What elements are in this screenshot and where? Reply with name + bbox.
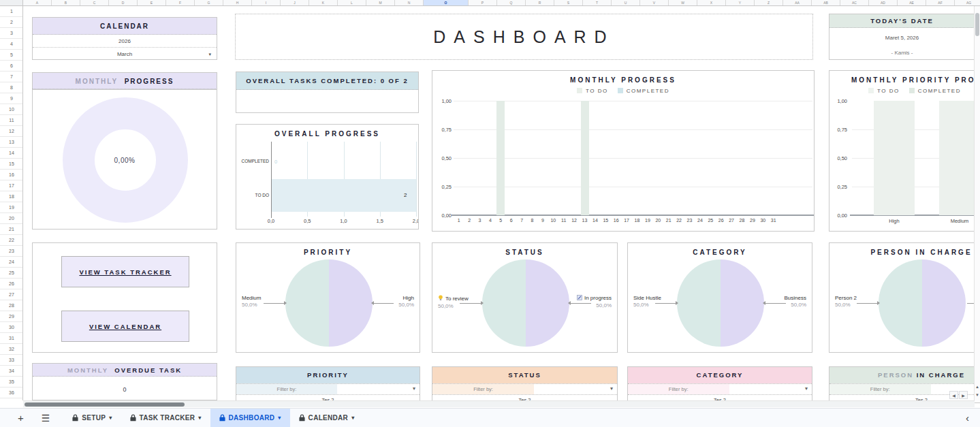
column-header-D[interactable]: D [109,0,138,6]
column-header-L[interactable]: L [338,0,366,6]
row-header-2[interactable]: 2 [0,17,23,28]
row-header-31[interactable]: 31 [0,333,23,344]
row-header-5[interactable]: 5 [0,50,23,61]
calendar-year-cell[interactable]: 2026 [33,35,217,48]
column-header-C[interactable]: C [80,0,109,6]
row-header-9[interactable]: 9 [0,93,23,104]
column-header-AA[interactable]: AA [783,0,812,6]
row-header-20[interactable]: 20 [0,213,23,224]
row-header-4[interactable]: 4 [0,39,23,50]
tab-scroll-left-icon[interactable]: ‹ [966,412,969,424]
row-header-21[interactable]: 21 [0,224,23,235]
select-all-corner[interactable] [0,0,23,6]
row-header-30[interactable]: 30 [0,322,23,333]
view-calendar-button[interactable]: VIEW CALENDAR [61,311,189,342]
column-header-J[interactable]: J [281,0,309,6]
bar-value-completed: 0 [274,159,277,165]
row-header-27[interactable]: 27 [0,289,23,300]
row-header-32[interactable]: 32 [0,344,23,355]
row-header-24[interactable]: 24 [0,257,23,268]
column-header-AF[interactable]: AF [926,0,955,6]
filter-by-dropdown[interactable]: Filter by:▾ [432,383,617,395]
row-header-19[interactable]: 19 [0,202,23,213]
vertical-scrollbar[interactable]: ▲ ▼ [974,6,980,400]
column-header-N[interactable]: N [395,0,424,6]
row-header-10[interactable]: 10 [0,104,23,115]
column-header-AD[interactable]: AD [869,0,898,6]
tab-task-tracker[interactable]: TASK TRACKER▾ [121,409,210,427]
row-header-1[interactable]: 1 [0,6,23,17]
column-header-K[interactable]: K [309,0,338,6]
y-axis-tick: 0,25 [434,184,452,190]
column-header-H[interactable]: H [223,0,252,6]
column-header-AB[interactable]: AB [812,0,840,6]
column-header-A[interactable]: A [23,0,52,6]
column-header-W[interactable]: W [669,0,697,6]
row-header-33[interactable]: 33 [0,355,23,366]
column-header-U[interactable]: U [612,0,640,6]
row-header-25[interactable]: 25 [0,268,23,279]
row-header-11[interactable]: 11 [0,115,23,126]
scroll-down-icon[interactable]: ▼ [975,393,979,397]
column-header-Q[interactable]: Q [497,0,526,6]
row-header-18[interactable]: 18 [0,191,23,202]
row-header-28[interactable]: 28 [0,300,23,311]
calendar-month-dropdown[interactable]: March ▾ [33,48,217,61]
scroll-right-button[interactable]: ▶ [959,391,968,399]
row-header-37[interactable]: 37 [0,398,23,400]
pie-label-business: Business50,0% [785,295,806,309]
horizontal-scrollbar[interactable] [23,400,975,407]
overall-tasks-box: OVERALL TASKS COMPLETED: 0 OF 2 [236,72,419,113]
column-header-V[interactable]: V [640,0,669,6]
filter-by-dropdown[interactable]: Filter by:▾ [628,383,812,395]
column-header-B[interactable]: B [52,0,80,6]
row-header-13[interactable]: 13 [0,137,23,148]
row-header-7[interactable]: 7 [0,72,23,82]
row-header-6[interactable]: 6 [0,61,23,72]
tab-setup[interactable]: SETUP▾ [63,409,121,427]
column-header-I[interactable]: I [252,0,281,6]
row-header-12[interactable]: 12 [0,126,23,137]
row-header-35[interactable]: 35 [0,377,23,388]
column-header-AE[interactable]: AE [898,0,926,6]
row-header-15[interactable]: 15 [0,159,23,170]
column-header-O[interactable]: O [424,0,469,6]
vertical-scrollbar-thumb[interactable] [975,13,979,36]
all-sheets-menu-button[interactable]: ☰ [42,413,50,424]
scroll-left-button[interactable]: ◀ [949,391,958,399]
row-header-3[interactable]: 3 [0,28,23,39]
add-sheet-button[interactable]: + [18,412,24,424]
lock-icon [219,414,225,422]
column-header-F[interactable]: F [166,0,195,6]
column-header-E[interactable]: E [138,0,166,6]
row-header-16[interactable]: 16 [0,170,23,180]
column-header-R[interactable]: R [526,0,554,6]
scroll-up-icon[interactable]: ▲ [975,385,979,389]
row-header-34[interactable]: 34 [0,366,23,377]
row-header-23[interactable]: 23 [0,246,23,257]
column-header-Z[interactable]: Z [755,0,783,6]
view-task-tracker-button[interactable]: VIEW TASK TRACKER [61,256,189,287]
row-header-8[interactable]: 8 [0,82,23,93]
column-header-S[interactable]: S [554,0,583,6]
row-header-36[interactable]: 36 [0,388,23,398]
column-header-P[interactable]: P [469,0,497,6]
column-header-G[interactable]: G [195,0,223,6]
y-axis-tick: 0,50 [434,155,452,161]
row-header-14[interactable]: 14 [0,148,23,159]
column-header-T[interactable]: T [583,0,612,6]
row-header-17[interactable]: 17 [0,180,23,191]
row-header-29[interactable]: 29 [0,311,23,322]
column-header-AC[interactable]: AC [840,0,869,6]
column-header-X[interactable]: X [697,0,726,6]
tab-calendar[interactable]: CALENDAR▾ [290,409,364,427]
column-header-M[interactable]: M [366,0,395,6]
horizontal-scrollbar-thumb[interactable] [25,402,185,407]
column-header-Y[interactable]: Y [726,0,755,6]
row-header-22[interactable]: 22 [0,235,23,246]
column-header-AG[interactable]: AG [955,0,980,6]
row-header-26[interactable]: 26 [0,279,23,289]
tab-dashboard[interactable]: DASHBOARD▾ [210,409,290,427]
filter-by-dropdown[interactable]: Filter by:▾ [236,383,420,395]
x-axis-label-6: 6 [506,218,517,223]
